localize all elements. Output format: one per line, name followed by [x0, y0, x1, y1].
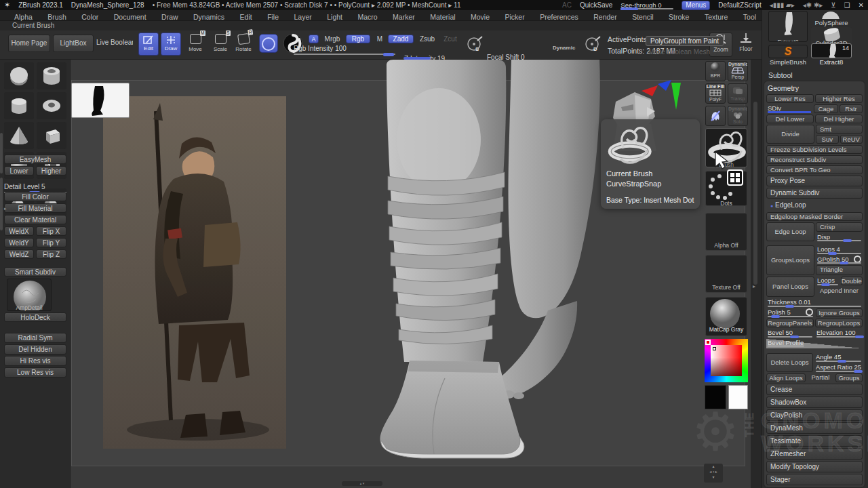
groups-toggle[interactable]: Groups	[835, 373, 863, 382]
a-toggle-button[interactable]: A	[309, 35, 319, 43]
gpolish-radio-icon[interactable]	[854, 256, 861, 263]
rotate-button[interactable]: R Rotate	[233, 34, 254, 56]
see-through-slider[interactable]: See-through 0	[620, 1, 673, 9]
crease-section[interactable]: Crease	[766, 384, 863, 395]
close-icon[interactable]: ✕	[859, 1, 864, 9]
weldz-button[interactable]: WeldZ	[4, 249, 34, 259]
reuv-button[interactable]: ReUV	[840, 135, 863, 144]
fill-color-button[interactable]: Fill Color	[4, 192, 66, 201]
tray-scrollbar2[interactable]	[0, 178, 3, 230]
cage-button[interactable]: Cage	[814, 104, 838, 113]
disp-slider[interactable]: Disp	[816, 233, 863, 241]
rgb-button[interactable]: Rgb	[346, 35, 370, 43]
fill-material-button[interactable]: Fill Material	[4, 203, 66, 213]
smart-subdiv-button[interactable]: Smart Subdiv	[4, 267, 66, 277]
mrgb-button[interactable]: Mrgb	[321, 35, 343, 43]
dynamesh-section[interactable]: DynaMesh	[766, 422, 863, 434]
panel-loops-count-slider[interactable]: Loops	[816, 277, 840, 285]
delete-loops-button[interactable]: Delete Loops	[766, 353, 813, 372]
rstr-button[interactable]: Rstr	[840, 104, 863, 113]
tool-extract8-thumbnail[interactable]: Extract8	[768, 11, 808, 42]
zsub-button[interactable]: Zsub	[416, 35, 438, 43]
sdiv-slider[interactable]: SDiv	[766, 104, 812, 113]
del-higher-button[interactable]: Del Higher	[815, 115, 863, 123]
hi-res-vis-button[interactable]: Hi Res vis	[4, 356, 66, 366]
ignore-groups-button[interactable]: Ignore Groups	[816, 308, 863, 317]
live-boolean-button[interactable]: Live Boolean	[96, 35, 133, 52]
dynamic-label[interactable]: Dynamic	[553, 45, 575, 51]
angle-slider[interactable]: Angle 45	[814, 353, 863, 362]
low-res-vis-button[interactable]: Low Res vis	[4, 367, 66, 378]
primitive-cylinder-button[interactable]	[4, 92, 34, 119]
stroke-ring-button[interactable]	[259, 34, 278, 53]
del-hidden-button[interactable]: Del Hidden	[4, 344, 66, 354]
tray-scrollbar[interactable]	[0, 133, 3, 174]
flipx-button[interactable]: Flip X	[36, 226, 66, 236]
freeze-subdivision-button[interactable]: Freeze SubDivision Levels	[766, 145, 863, 154]
weldx-button[interactable]: WeldX	[4, 226, 34, 236]
default-zscript-button[interactable]: DefaultZScript	[718, 1, 761, 9]
edgeloop-section[interactable]: ● EdgeLoop	[766, 200, 863, 211]
higher-res-button[interactable]: Higher Res	[815, 94, 863, 103]
transp-button[interactable]: Transp	[728, 83, 748, 104]
matcap-gray-button[interactable]: MatCap Gray	[705, 297, 747, 336]
primitive-tube-button[interactable]	[37, 62, 66, 89]
claypolish-section[interactable]: ClayPolish	[766, 409, 863, 421]
restore-icon[interactable]: ❑	[844, 1, 850, 9]
gutter-expand-icon[interactable]: ▸	[753, 283, 755, 289]
texture-off-button[interactable]: Texture Off	[705, 255, 747, 293]
draw-button[interactable]: Draw	[161, 33, 181, 56]
symmetry-badge[interactable]: S	[467, 35, 484, 53]
floor-button[interactable]: Floor	[735, 33, 757, 57]
polysphere-thumbnail[interactable]	[821, 11, 841, 19]
polish-radio-icon[interactable]	[806, 308, 813, 316]
subtool-section-label[interactable]: Subtool	[768, 71, 793, 79]
primitive-cube-button[interactable]	[37, 122, 66, 149]
edgeloop-masked-border-button[interactable]: Edgeloop Masked Border	[766, 212, 863, 221]
flipz-button[interactable]: Flip Z	[36, 249, 66, 259]
tool-extract8-selected-thumbnail[interactable]: 14	[811, 43, 852, 58]
triangle-toggle[interactable]: Triangle	[816, 265, 863, 275]
home-page-button[interactable]: Home Page	[8, 35, 50, 52]
divider-slider-icon[interactable]: ◂▮▮▮ ▰▸	[770, 1, 795, 9]
tool-simplebrush-thumbnail[interactable]: S	[768, 45, 808, 58]
alpha-off-button[interactable]: Alpha Off	[705, 213, 747, 251]
append-inner-button[interactable]: Append Inner	[816, 287, 863, 297]
loops-slider[interactable]: Loops 4	[816, 245, 863, 254]
suv-toggle[interactable]: Suv	[816, 135, 839, 144]
tessimate-section[interactable]: Tessimate	[766, 435, 863, 447]
aspect-ratio-slider[interactable]: Aspect Ratio 25	[814, 363, 863, 372]
partial-button[interactable]: Partial	[807, 373, 834, 382]
bevel-slider[interactable]: Bevel 50	[766, 329, 814, 338]
primitive-cone-button[interactable]	[4, 122, 34, 149]
document-thumbnail[interactable]	[71, 83, 130, 118]
menus-button[interactable]: Menus	[682, 1, 710, 10]
edit-button[interactable]: Edit	[138, 33, 159, 56]
geometry-header[interactable]: Geometry	[766, 83, 863, 93]
bevel-profile-curve[interactable]: Bevel Profile	[766, 339, 863, 348]
modify-topology-section[interactable]: Modify Topology	[766, 461, 863, 472]
flipy-button[interactable]: Flip Y	[36, 238, 66, 247]
zcut-button[interactable]: Zcut	[441, 35, 460, 43]
dynamic-badge[interactable]: D	[585, 35, 602, 53]
primitive-disc-button[interactable]	[4, 62, 34, 89]
convert-bpr-button[interactable]: Convert BPR To Geo	[766, 165, 863, 174]
divide-button[interactable]: Divide	[766, 125, 814, 144]
m-button[interactable]: M	[374, 35, 385, 43]
edge-loop-button[interactable]: Edge Loop	[766, 222, 814, 241]
make-boolean-mesh-button[interactable]: Make Boolean Mesh	[648, 48, 710, 56]
dynamic-persp-button[interactable]: Dynamic Persp	[728, 61, 748, 81]
rgb-intensity-slider[interactable]: Rgb Intensity 100	[294, 45, 395, 55]
secondary-color-swatch[interactable]	[728, 385, 748, 409]
weldy-button[interactable]: WeldY	[4, 238, 34, 247]
double-toggle[interactable]: Double	[841, 277, 863, 285]
primitive-torus-button[interactable]	[37, 92, 66, 119]
polish-slider[interactable]: Polish 5	[766, 308, 814, 317]
reconstruct-subdiv-button[interactable]: Reconstruct Subdiv	[766, 155, 863, 164]
brush-cycle-icon[interactable]: ◂✱ ✱▸	[803, 1, 823, 9]
crisp-button[interactable]: Crisp	[816, 222, 863, 232]
panel-loops-button[interactable]: Panel Loops	[766, 277, 814, 297]
proxy-pose-section[interactable]: Proxy Pose	[766, 176, 863, 186]
quicksave-button[interactable]: QuickSave	[580, 1, 612, 9]
ghost-button[interactable]	[705, 106, 726, 126]
